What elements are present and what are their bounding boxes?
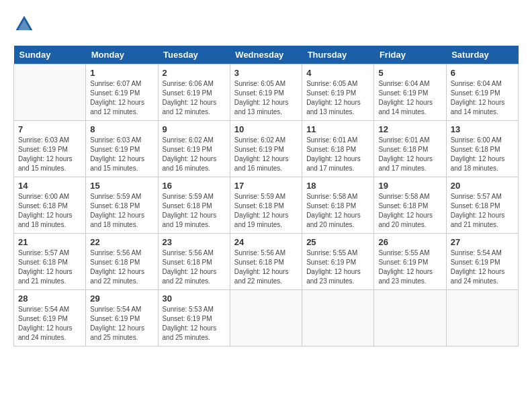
logo-icon [13,13,35,35]
day-number: 27 [451,237,514,247]
col-header-wednesday: Wednesday [230,46,302,64]
col-header-thursday: Thursday [302,46,374,64]
calendar-cell: 19 Sunrise: 5:58 AMSunset: 6:18 PMDaylig… [374,177,446,234]
day-number: 17 [234,181,298,191]
day-number: 11 [306,124,369,134]
week-row-1: 1 Sunrise: 6:07 AMSunset: 6:19 PMDayligh… [14,64,519,121]
cell-info: Sunrise: 5:59 AMSunset: 6:18 PMDaylight:… [163,192,226,230]
day-number: 22 [90,237,153,247]
calendar-cell: 7 Sunrise: 6:03 AMSunset: 6:19 PMDayligh… [14,121,86,177]
calendar-cell: 15 Sunrise: 5:59 AMSunset: 6:18 PMDaylig… [86,177,158,234]
day-number: 29 [90,293,153,304]
day-number: 15 [90,181,153,191]
day-number: 1 [90,68,153,78]
calendar-cell: 9 Sunrise: 6:02 AMSunset: 6:19 PMDayligh… [158,121,230,177]
calendar-cell: 18 Sunrise: 5:58 AMSunset: 6:18 PMDaylig… [302,177,374,234]
calendar-cell: 29 Sunrise: 5:54 AMSunset: 6:19 PMDaylig… [86,290,158,347]
col-header-friday: Friday [374,46,446,64]
col-header-saturday: Saturday [446,46,518,64]
cell-info: Sunrise: 6:02 AMSunset: 6:19 PMDaylight:… [234,136,298,173]
calendar-cell: 30 Sunrise: 5:53 AMSunset: 6:19 PMDaylig… [158,290,230,347]
cell-info: Sunrise: 5:54 AMSunset: 6:19 PMDaylight:… [90,305,153,342]
calendar-header: SundayMondayTuesdayWednesdayThursdayFrid… [14,46,519,64]
cell-info: Sunrise: 5:57 AMSunset: 6:18 PMDaylight:… [451,192,514,230]
cell-info: Sunrise: 6:04 AMSunset: 6:19 PMDaylight:… [378,79,441,117]
day-number: 23 [163,237,226,247]
cell-info: Sunrise: 6:03 AMSunset: 6:19 PMDaylight:… [18,136,81,173]
cell-info: Sunrise: 6:07 AMSunset: 6:19 PMDaylight:… [90,79,153,117]
cell-info: Sunrise: 6:00 AMSunset: 6:18 PMDaylight:… [18,192,81,230]
calendar-cell: 2 Sunrise: 6:06 AMSunset: 6:19 PMDayligh… [158,64,230,121]
day-number: 12 [378,124,441,134]
calendar-cell: 25 Sunrise: 5:55 AMSunset: 6:19 PMDaylig… [302,234,374,290]
calendar-cell: 26 Sunrise: 5:55 AMSunset: 6:19 PMDaylig… [374,234,446,290]
cell-info: Sunrise: 6:01 AMSunset: 6:18 PMDaylight:… [378,136,441,173]
day-number: 2 [163,68,226,78]
cell-info: Sunrise: 6:04 AMSunset: 6:19 PMDaylight:… [451,79,514,117]
calendar-cell [374,290,446,347]
calendar-cell: 6 Sunrise: 6:04 AMSunset: 6:19 PMDayligh… [446,64,518,121]
day-number: 10 [234,124,298,134]
day-number: 4 [306,68,369,78]
calendar-cell [302,290,374,347]
cell-info: Sunrise: 5:56 AMSunset: 6:18 PMDaylight:… [163,248,226,286]
calendar-cell: 22 Sunrise: 5:56 AMSunset: 6:18 PMDaylig… [86,234,158,290]
day-number: 9 [163,124,226,134]
day-number: 14 [18,181,81,191]
calendar-cell: 14 Sunrise: 6:00 AMSunset: 6:18 PMDaylig… [14,177,86,234]
calendar-cell: 11 Sunrise: 6:01 AMSunset: 6:18 PMDaylig… [302,121,374,177]
calendar-cell: 4 Sunrise: 6:05 AMSunset: 6:19 PMDayligh… [302,64,374,121]
cell-info: Sunrise: 6:02 AMSunset: 6:19 PMDaylight:… [163,136,226,173]
page-header [13,13,519,35]
cell-info: Sunrise: 5:55 AMSunset: 6:19 PMDaylight:… [306,248,369,286]
cell-info: Sunrise: 6:05 AMSunset: 6:19 PMDaylight:… [234,79,298,117]
cell-info: Sunrise: 5:56 AMSunset: 6:18 PMDaylight:… [234,248,298,286]
col-header-sunday: Sunday [14,46,86,64]
day-number: 20 [451,181,514,191]
day-number: 21 [18,237,81,247]
cell-info: Sunrise: 6:05 AMSunset: 6:19 PMDaylight:… [306,79,369,117]
day-number: 7 [18,124,81,134]
cell-info: Sunrise: 5:56 AMSunset: 6:18 PMDaylight:… [90,248,153,286]
cell-info: Sunrise: 5:59 AMSunset: 6:18 PMDaylight:… [234,192,298,230]
calendar-cell: 21 Sunrise: 5:57 AMSunset: 6:18 PMDaylig… [14,234,86,290]
week-row-2: 7 Sunrise: 6:03 AMSunset: 6:19 PMDayligh… [14,121,519,177]
week-row-5: 28 Sunrise: 5:54 AMSunset: 6:19 PMDaylig… [14,290,519,347]
calendar-cell [14,64,86,121]
cell-info: Sunrise: 5:59 AMSunset: 6:18 PMDaylight:… [90,192,153,230]
cell-info: Sunrise: 5:54 AMSunset: 6:19 PMDaylight:… [18,305,81,342]
col-header-monday: Monday [86,46,158,64]
calendar-cell: 16 Sunrise: 5:59 AMSunset: 6:18 PMDaylig… [158,177,230,234]
day-number: 19 [378,181,441,191]
calendar-cell: 23 Sunrise: 5:56 AMSunset: 6:18 PMDaylig… [158,234,230,290]
calendar-cell: 17 Sunrise: 5:59 AMSunset: 6:18 PMDaylig… [230,177,302,234]
calendar-cell [230,290,302,347]
day-number: 24 [234,237,298,247]
cell-info: Sunrise: 6:06 AMSunset: 6:19 PMDaylight:… [163,79,226,117]
calendar-cell: 20 Sunrise: 5:57 AMSunset: 6:18 PMDaylig… [446,177,518,234]
cell-info: Sunrise: 5:58 AMSunset: 6:18 PMDaylight:… [378,192,441,230]
calendar-cell: 13 Sunrise: 6:00 AMSunset: 6:18 PMDaylig… [446,121,518,177]
day-number: 26 [378,237,441,247]
day-number: 28 [18,293,81,304]
calendar-cell: 12 Sunrise: 6:01 AMSunset: 6:18 PMDaylig… [374,121,446,177]
day-number: 5 [378,68,441,78]
cell-info: Sunrise: 6:03 AMSunset: 6:19 PMDaylight:… [90,136,153,173]
day-number: 25 [306,237,369,247]
day-number: 6 [451,68,514,78]
day-number: 13 [451,124,514,134]
day-number: 16 [163,181,226,191]
cell-info: Sunrise: 5:55 AMSunset: 6:19 PMDaylight:… [378,248,441,286]
calendar-cell: 8 Sunrise: 6:03 AMSunset: 6:19 PMDayligh… [86,121,158,177]
cell-info: Sunrise: 6:01 AMSunset: 6:18 PMDaylight:… [306,136,369,173]
calendar-cell: 5 Sunrise: 6:04 AMSunset: 6:19 PMDayligh… [374,64,446,121]
calendar-cell: 24 Sunrise: 5:56 AMSunset: 6:18 PMDaylig… [230,234,302,290]
cell-info: Sunrise: 5:58 AMSunset: 6:18 PMDaylight:… [306,192,369,230]
calendar-cell: 1 Sunrise: 6:07 AMSunset: 6:19 PMDayligh… [86,64,158,121]
calendar-table: SundayMondayTuesdayWednesdayThursdayFrid… [13,46,519,347]
cell-info: Sunrise: 5:57 AMSunset: 6:18 PMDaylight:… [18,248,81,286]
logo [13,13,39,35]
calendar-cell [446,290,518,347]
col-header-tuesday: Tuesday [158,46,230,64]
day-number: 8 [90,124,153,134]
